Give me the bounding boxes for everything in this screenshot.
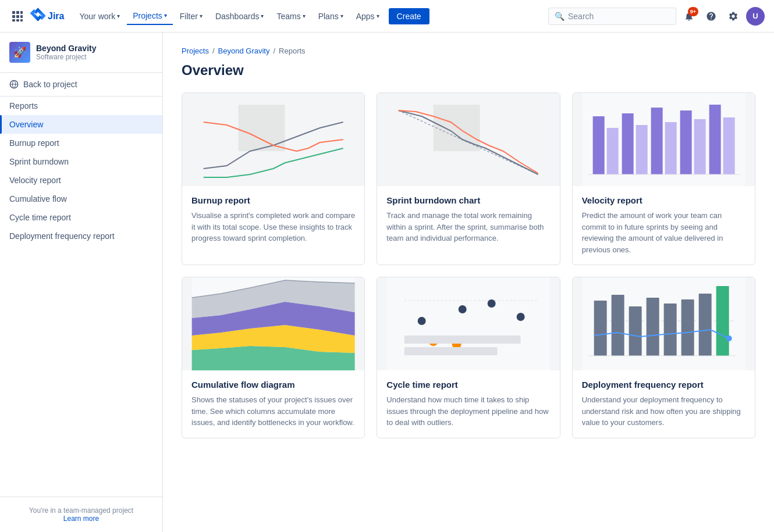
velocity-card-desc: Predict the amount of work your team can…: [582, 210, 745, 255]
velocity-report-card[interactable]: Velocity report Predict the amount of wo…: [572, 92, 755, 265]
burnup-chart: [182, 93, 364, 186]
sprint-burndown-card[interactable]: Sprint burndown chart Track and manage t…: [377, 92, 560, 265]
svg-rect-0: [12, 11, 15, 14]
svg-rect-21: [709, 105, 720, 174]
project-type: Software project: [36, 53, 96, 61]
cumulative-chart: [182, 277, 364, 370]
svg-point-31: [418, 317, 426, 325]
nav-apps[interactable]: Apps ▾: [350, 8, 385, 24]
sidebar-item-label: Velocity report: [9, 176, 61, 185]
svg-rect-43: [629, 306, 641, 356]
main-content: Projects / Beyond Gravity / Reports Over…: [163, 33, 774, 532]
topnav-right: 🔍 Search 9+ U: [548, 7, 765, 26]
svg-rect-46: [681, 299, 694, 356]
chevron-icon: ▾: [117, 13, 120, 19]
help-button[interactable]: [702, 7, 720, 26]
globe-icon: [9, 80, 19, 89]
svg-rect-7: [16, 19, 19, 22]
nav-teams[interactable]: Teams ▾: [271, 8, 311, 24]
svg-point-49: [726, 335, 732, 341]
chevron-icon: ▾: [200, 13, 203, 19]
sidebar-item-burnup[interactable]: Burnup report: [0, 134, 162, 152]
sidebar-item-label: Deployment frequency report: [9, 231, 115, 241]
svg-point-34: [517, 313, 525, 321]
cumulative-flow-card[interactable]: Cumulative flow diagram Shows the status…: [182, 277, 365, 438]
search-placeholder: Search: [568, 12, 594, 21]
cycletime-chart: [377, 277, 559, 370]
svg-rect-1: [16, 11, 19, 14]
svg-rect-15: [622, 113, 633, 174]
svg-rect-2: [20, 11, 23, 14]
footer-text: You're in a team-managed project: [29, 506, 133, 515]
notification-badge: 9+: [688, 7, 698, 16]
jira-logo-icon: [30, 7, 45, 26]
chevron-icon: ▾: [164, 12, 167, 19]
create-button[interactable]: Create: [389, 8, 429, 24]
svg-rect-17: [651, 108, 662, 174]
sidebar-item-label: Reports: [9, 101, 38, 110]
svg-rect-44: [646, 298, 659, 356]
svg-point-32: [459, 305, 467, 313]
search-box[interactable]: 🔍 Search: [548, 8, 676, 25]
velocity-card-title: Velocity report: [582, 195, 745, 205]
svg-rect-4: [16, 15, 19, 18]
deployment-card-title: Deployment frequency report: [582, 380, 745, 390]
cycle-time-card[interactable]: Cycle time report Understand how much ti…: [377, 277, 560, 438]
jira-logo-text: Jira: [48, 11, 64, 22]
svg-rect-29: [387, 277, 550, 370]
search-icon: 🔍: [555, 12, 564, 21]
sidebar-item-label: Burnup report: [9, 138, 59, 148]
cumulative-card-title: Cumulative flow diagram: [191, 380, 355, 390]
cycletime-card-title: Cycle time report: [386, 380, 550, 390]
apps-grid-icon[interactable]: [9, 8, 26, 24]
breadcrumb-projects[interactable]: Projects: [182, 47, 209, 55]
notifications-button[interactable]: 9+: [680, 7, 698, 26]
nav-plans[interactable]: Plans ▾: [313, 8, 349, 24]
breadcrumb-beyond-gravity[interactable]: Beyond Gravity: [218, 47, 270, 55]
cards-grid: Burnup report Visualise a sprint's compl…: [182, 92, 755, 438]
svg-rect-8: [20, 19, 23, 22]
sidebar: 🚀 Beyond Gravity Software project Back t…: [0, 33, 163, 532]
footer-learn-more-link[interactable]: Learn more: [63, 515, 99, 523]
deployment-frequency-card[interactable]: Deployment frequency report Understand y…: [572, 277, 755, 438]
chevron-icon: ▾: [261, 13, 264, 19]
svg-rect-42: [611, 295, 624, 356]
sidebar-item-label: Sprint burndown: [9, 157, 69, 166]
deployment-chart: [573, 277, 755, 370]
sidebar-item-velocity[interactable]: Velocity report: [0, 171, 162, 190]
sidebar-item-label: Overview: [9, 120, 43, 129]
svg-rect-37: [404, 335, 521, 344]
project-name: Beyond Gravity: [36, 44, 96, 53]
burnup-report-card[interactable]: Burnup report Visualise a sprint's compl…: [182, 92, 365, 265]
chevron-icon: ▾: [303, 13, 306, 19]
nav-dashboards[interactable]: Dashboards ▾: [210, 8, 270, 24]
sidebar-item-cycletime[interactable]: Cycle time report: [0, 208, 162, 227]
burnup-card-desc: Visualise a sprint's completed work and …: [191, 210, 355, 244]
svg-rect-5: [20, 15, 23, 18]
user-avatar[interactable]: U: [746, 7, 765, 26]
cumulative-card-desc: Shows the statuses of your project's iss…: [191, 394, 355, 429]
svg-rect-18: [665, 122, 676, 174]
deployment-card-desc: Understand your deployment frequency to …: [582, 394, 745, 429]
velocity-card-body: Velocity report Predict the amount of wo…: [573, 186, 755, 265]
settings-button[interactable]: [724, 7, 743, 26]
nav-your-work[interactable]: Your work ▾: [73, 8, 126, 24]
sidebar-item-overview[interactable]: Overview: [0, 115, 162, 134]
svg-rect-16: [635, 125, 647, 174]
burndown-card-body: Sprint burndown chart Track and manage t…: [377, 186, 559, 253]
nav-filter[interactable]: Filter ▾: [174, 8, 208, 24]
sidebar-project: 🚀 Beyond Gravity Software project: [0, 33, 162, 73]
sidebar-item-deployment[interactable]: Deployment frequency report: [0, 227, 162, 245]
svg-rect-48: [716, 286, 729, 356]
sidebar-item-cumulative[interactable]: Cumulative flow: [0, 190, 162, 208]
jira-logo[interactable]: Jira: [30, 7, 64, 26]
project-info: Beyond Gravity Software project: [36, 44, 96, 61]
svg-rect-14: [606, 128, 618, 174]
sidebar-item-sprint-burndown[interactable]: Sprint burndown: [0, 152, 162, 171]
back-to-project-label: Back to project: [23, 80, 77, 89]
sidebar-item-label: Cumulative flow: [9, 194, 67, 203]
sidebar-item-reports[interactable]: Reports: [0, 97, 162, 115]
back-to-project-link[interactable]: Back to project: [0, 73, 162, 97]
nav-projects[interactable]: Projects ▾: [127, 8, 173, 25]
sidebar-item-label: Cycle time report: [9, 213, 71, 222]
